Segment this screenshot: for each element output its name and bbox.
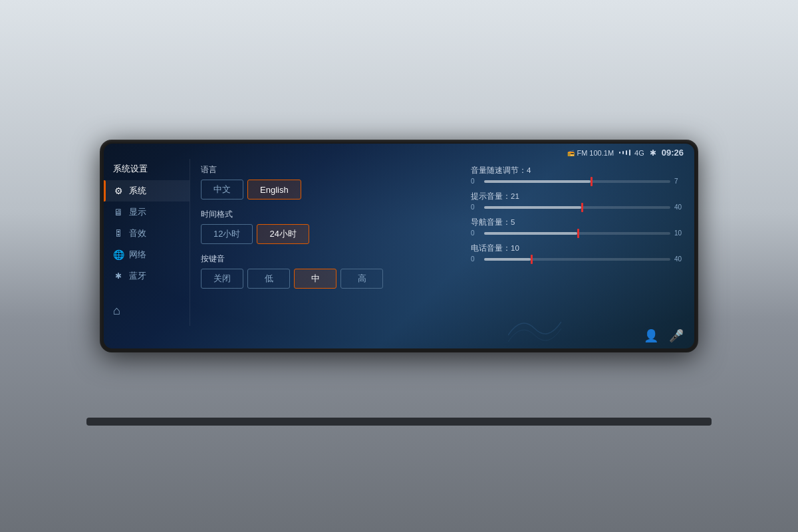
bottom-bar: 👤 🎤 (104, 326, 694, 348)
slider-thumb-phone (531, 255, 533, 264)
settings-panel: 语言 中文 English 时间格式 12小时 24小时 (201, 164, 458, 321)
key-sound-mid-button[interactable]: 中 (294, 269, 336, 289)
display-icon: 🖥 (113, 207, 124, 217)
volume-speed-slider[interactable]: 0 7 (471, 178, 684, 185)
language-english-button[interactable]: English (247, 180, 301, 200)
sidebar-item-system[interactable]: ⚙ 系统 (104, 180, 190, 201)
language-buttons: 中文 English (201, 180, 458, 200)
home-button[interactable]: ⌂ (104, 299, 190, 323)
key-sound-label: 按键音 (201, 253, 458, 265)
status-bar: 📻 FM 100.1M 4G ✱ 09:26 (104, 144, 694, 159)
volume-beep-title: 提示音量：21 (471, 192, 684, 201)
profile-icon[interactable]: 👤 (644, 329, 658, 343)
clock: 09:26 (662, 148, 684, 158)
volume-row-nav: 导航音量：5 0 10 (471, 217, 684, 237)
slider-thumb-nav (577, 229, 579, 238)
sidebar-label-system: 系统 (129, 185, 146, 197)
main-content: 语言 中文 English 时间格式 12小时 24小时 (190, 159, 694, 326)
slider-track-phone[interactable] (484, 258, 670, 261)
volume-phone-slider[interactable]: 0 40 (471, 255, 684, 263)
infotainment-screen: 📻 FM 100.1M 4G ✱ 09:26 系统设置 ⚙ (104, 144, 694, 348)
volume-nav-slider[interactable]: 0 10 (471, 229, 684, 237)
volume-phone-title: 电话音量：10 (471, 243, 684, 253)
key-sound-low-button[interactable]: 低 (247, 269, 290, 289)
home-icon: ⌂ (113, 304, 120, 317)
volume-row-phone: 电话音量：10 0 40 (471, 243, 684, 263)
page-title: 系统设置 (104, 162, 190, 180)
slider-fill-speed (484, 180, 591, 183)
time-24h-button[interactable]: 24小时 (257, 224, 309, 244)
sidebar-item-bluetooth[interactable]: ✱ 蓝牙 (104, 265, 190, 287)
volume-row-speed: 音量随速调节：4 0 7 (471, 166, 684, 185)
time-format-buttons: 12小时 24小时 (201, 224, 458, 244)
slider-thumb-speed (591, 177, 593, 186)
key-sound-high-button[interactable]: 高 (340, 269, 383, 289)
sidebar-item-display[interactable]: 🖥 显示 (104, 201, 190, 223)
volume-nav-title: 导航音量：5 (471, 217, 684, 227)
signal-indicator: 4G (619, 149, 644, 157)
network-icon: 🌐 (113, 249, 124, 260)
slider-fill-nav (484, 232, 577, 235)
key-sound-setting: 按键音 关闭 低 中 高 (201, 253, 458, 289)
time-12h-button[interactable]: 12小时 (201, 224, 253, 244)
sidebar-label-audio: 音效 (129, 227, 146, 239)
key-sound-off-button[interactable]: 关闭 (201, 269, 243, 289)
sidebar-item-audio[interactable]: 🎛 音效 (104, 223, 190, 244)
wave-decoration (508, 309, 561, 348)
slider-track-beep[interactable] (484, 206, 670, 209)
gear-icon: ⚙ (113, 186, 124, 196)
sidebar-label-bluetooth: 蓝牙 (129, 270, 146, 282)
slider-track-nav[interactable] (484, 232, 670, 235)
slider-track-speed[interactable] (484, 180, 670, 183)
dashboard-strip (86, 418, 712, 426)
time-format-setting: 时间格式 12小时 24小时 (201, 209, 458, 244)
sidebar-label-display: 显示 (129, 206, 146, 218)
radio-status: 📻 FM 100.1M (567, 149, 614, 157)
screen-housing: 📻 FM 100.1M 4G ✱ 09:26 系统设置 ⚙ (100, 140, 698, 352)
audio-icon: 🎛 (113, 229, 124, 238)
slider-fill-phone (484, 258, 531, 261)
language-setting: 语言 中文 English (201, 164, 458, 200)
key-sound-buttons: 关闭 低 中 高 (201, 269, 458, 289)
language-label: 语言 (201, 164, 458, 176)
sidebar: 系统设置 ⚙ 系统 🖥 显示 🎛 音效 🌐 网络 (104, 159, 190, 326)
sidebar-item-network[interactable]: 🌐 网络 (104, 244, 190, 265)
sidebar-label-network: 网络 (129, 249, 146, 261)
language-chinese-button[interactable]: 中文 (201, 180, 243, 200)
volume-panel: 音量随速调节：4 0 7 (471, 164, 684, 321)
volume-speed-title: 音量随速调节：4 (471, 166, 684, 176)
slider-thumb-beep (581, 203, 583, 212)
bluetooth-icon: ✱ (650, 148, 656, 158)
slider-fill-beep (484, 206, 581, 209)
time-format-label: 时间格式 (201, 209, 458, 220)
content-area: 系统设置 ⚙ 系统 🖥 显示 🎛 音效 🌐 网络 (104, 159, 694, 326)
volume-beep-slider[interactable]: 0 40 (471, 203, 684, 211)
mic-icon[interactable]: 🎤 (669, 329, 684, 343)
volume-row-beep: 提示音量：21 0 40 (471, 192, 684, 211)
bluetooth-sidebar-icon: ✱ (113, 271, 124, 281)
